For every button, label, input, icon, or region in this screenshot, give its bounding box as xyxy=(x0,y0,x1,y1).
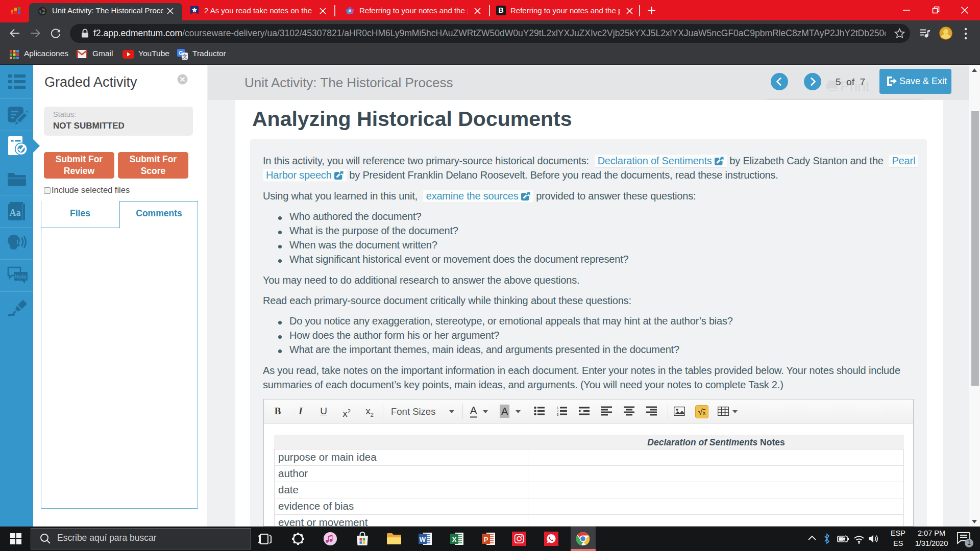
svg-text:Hola: Hola xyxy=(14,273,27,280)
svg-text:X: X xyxy=(452,536,457,543)
svg-text:W: W xyxy=(420,536,426,543)
svg-text:Aa: Aa xyxy=(10,208,21,218)
svg-text:文: 文 xyxy=(182,54,187,59)
svg-text:P: P xyxy=(484,536,488,543)
svg-text:3: 3 xyxy=(557,413,559,416)
